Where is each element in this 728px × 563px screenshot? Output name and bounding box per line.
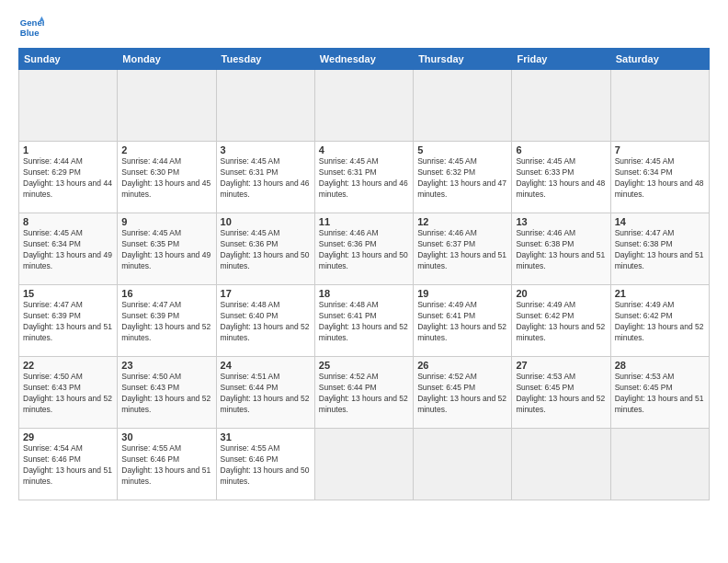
day-number: 24 bbox=[221, 360, 311, 371]
day-cell: 29Sunrise: 4:54 AMSunset: 6:46 PMDayligh… bbox=[19, 429, 118, 500]
col-header-friday: Friday bbox=[512, 49, 610, 70]
day-cell: 27Sunrise: 4:53 AMSunset: 6:45 PMDayligh… bbox=[512, 357, 610, 429]
day-cell: 15Sunrise: 4:47 AMSunset: 6:39 PMDayligh… bbox=[19, 285, 118, 357]
day-number: 14 bbox=[615, 216, 705, 227]
day-info: Sunrise: 4:46 AMSunset: 6:38 PMDaylight:… bbox=[516, 228, 606, 272]
day-info: Sunrise: 4:52 AMSunset: 6:44 PMDaylight:… bbox=[319, 372, 409, 416]
day-info: Sunrise: 4:45 AMSunset: 6:35 PMDaylight:… bbox=[121, 228, 211, 272]
day-info: Sunrise: 4:45 AMSunset: 6:31 PMDaylight:… bbox=[221, 156, 311, 201]
day-info: Sunrise: 4:50 AMSunset: 6:43 PMDaylight:… bbox=[121, 372, 211, 416]
day-cell: 23Sunrise: 4:50 AMSunset: 6:43 PMDayligh… bbox=[118, 357, 216, 429]
day-cell: 30Sunrise: 4:55 AMSunset: 6:46 PMDayligh… bbox=[118, 429, 216, 500]
day-cell: 2Sunrise: 4:44 AMSunset: 6:30 PMDaylight… bbox=[118, 142, 216, 213]
calendar-table: SundayMondayTuesdayWednesdayThursdayFrid… bbox=[18, 48, 710, 500]
header: General Blue bbox=[18, 15, 710, 40]
day-number: 30 bbox=[121, 431, 211, 442]
day-number: 20 bbox=[516, 288, 606, 299]
week-row-1: 1Sunrise: 4:44 AMSunset: 6:29 PMDaylight… bbox=[19, 142, 710, 213]
day-cell bbox=[19, 70, 118, 142]
day-info: Sunrise: 4:55 AMSunset: 6:46 PMDaylight:… bbox=[221, 443, 311, 488]
day-info: Sunrise: 4:47 AMSunset: 6:38 PMDaylight:… bbox=[615, 228, 705, 272]
day-cell: 28Sunrise: 4:53 AMSunset: 6:45 PMDayligh… bbox=[610, 357, 709, 429]
calendar-header: SundayMondayTuesdayWednesdayThursdayFrid… bbox=[19, 49, 710, 70]
day-number: 10 bbox=[221, 216, 311, 227]
day-info: Sunrise: 4:46 AMSunset: 6:36 PMDaylight:… bbox=[319, 228, 409, 272]
day-number: 15 bbox=[23, 288, 113, 299]
day-cell: 16Sunrise: 4:47 AMSunset: 6:39 PMDayligh… bbox=[118, 285, 216, 357]
day-info: Sunrise: 4:44 AMSunset: 6:29 PMDaylight:… bbox=[23, 156, 113, 201]
day-info: Sunrise: 4:47 AMSunset: 6:39 PMDaylight:… bbox=[23, 300, 113, 344]
logo-icon: General Blue bbox=[18, 15, 44, 40]
day-info: Sunrise: 4:45 AMSunset: 6:34 PMDaylight:… bbox=[23, 228, 113, 272]
day-number: 9 bbox=[121, 216, 211, 227]
day-info: Sunrise: 4:48 AMSunset: 6:41 PMDaylight:… bbox=[319, 300, 409, 344]
day-number: 23 bbox=[121, 360, 211, 371]
day-cell bbox=[118, 70, 216, 142]
day-cell bbox=[512, 70, 610, 142]
day-info: Sunrise: 4:52 AMSunset: 6:45 PMDaylight:… bbox=[417, 372, 507, 416]
day-cell bbox=[512, 429, 610, 500]
day-number: 22 bbox=[23, 360, 113, 371]
day-number: 3 bbox=[221, 144, 311, 155]
day-cell bbox=[610, 70, 709, 142]
day-cell: 17Sunrise: 4:48 AMSunset: 6:40 PMDayligh… bbox=[216, 285, 314, 357]
day-cell bbox=[414, 70, 512, 142]
day-cell: 7Sunrise: 4:45 AMSunset: 6:34 PMDaylight… bbox=[610, 142, 709, 213]
day-cell bbox=[314, 70, 413, 142]
day-number: 1 bbox=[23, 144, 113, 155]
day-info: Sunrise: 4:49 AMSunset: 6:41 PMDaylight:… bbox=[417, 300, 507, 344]
day-cell: 8Sunrise: 4:45 AMSunset: 6:34 PMDaylight… bbox=[19, 213, 118, 285]
day-cell: 18Sunrise: 4:48 AMSunset: 6:41 PMDayligh… bbox=[314, 285, 413, 357]
day-number: 18 bbox=[319, 288, 409, 299]
day-cell: 22Sunrise: 4:50 AMSunset: 6:43 PMDayligh… bbox=[19, 357, 118, 429]
day-info: Sunrise: 4:53 AMSunset: 6:45 PMDaylight:… bbox=[516, 372, 606, 416]
day-cell: 6Sunrise: 4:45 AMSunset: 6:33 PMDaylight… bbox=[512, 142, 610, 213]
day-cell: 31Sunrise: 4:55 AMSunset: 6:46 PMDayligh… bbox=[216, 429, 314, 500]
svg-text:Blue: Blue bbox=[20, 28, 40, 38]
page: General Blue SundayMondayTuesdayWednesda… bbox=[0, 0, 728, 563]
day-cell: 20Sunrise: 4:49 AMSunset: 6:42 PMDayligh… bbox=[512, 285, 610, 357]
day-info: Sunrise: 4:49 AMSunset: 6:42 PMDaylight:… bbox=[516, 300, 606, 344]
day-info: Sunrise: 4:53 AMSunset: 6:45 PMDaylight:… bbox=[615, 372, 705, 416]
day-number: 16 bbox=[121, 288, 211, 299]
day-info: Sunrise: 4:51 AMSunset: 6:44 PMDaylight:… bbox=[221, 372, 311, 416]
week-row-4: 22Sunrise: 4:50 AMSunset: 6:43 PMDayligh… bbox=[19, 357, 710, 429]
day-cell: 12Sunrise: 4:46 AMSunset: 6:37 PMDayligh… bbox=[414, 213, 512, 285]
day-info: Sunrise: 4:49 AMSunset: 6:42 PMDaylight:… bbox=[615, 300, 705, 344]
day-cell: 5Sunrise: 4:45 AMSunset: 6:32 PMDaylight… bbox=[414, 142, 512, 213]
col-header-sunday: Sunday bbox=[19, 49, 118, 70]
day-info: Sunrise: 4:45 AMSunset: 6:31 PMDaylight:… bbox=[319, 156, 409, 201]
day-cell: 10Sunrise: 4:45 AMSunset: 6:36 PMDayligh… bbox=[216, 213, 314, 285]
day-number: 8 bbox=[23, 216, 113, 227]
day-cell: 14Sunrise: 4:47 AMSunset: 6:38 PMDayligh… bbox=[610, 213, 709, 285]
day-info: Sunrise: 4:44 AMSunset: 6:30 PMDaylight:… bbox=[121, 156, 211, 201]
day-number: 5 bbox=[417, 144, 507, 155]
day-number: 28 bbox=[615, 360, 705, 371]
day-info: Sunrise: 4:45 AMSunset: 6:36 PMDaylight:… bbox=[221, 228, 311, 272]
col-header-saturday: Saturday bbox=[610, 49, 709, 70]
week-row-2: 8Sunrise: 4:45 AMSunset: 6:34 PMDaylight… bbox=[19, 213, 710, 285]
day-number: 31 bbox=[221, 431, 311, 442]
day-number: 19 bbox=[417, 288, 507, 299]
day-cell: 21Sunrise: 4:49 AMSunset: 6:42 PMDayligh… bbox=[610, 285, 709, 357]
day-info: Sunrise: 4:45 AMSunset: 6:32 PMDaylight:… bbox=[417, 156, 507, 201]
col-header-thursday: Thursday bbox=[414, 49, 512, 70]
day-number: 17 bbox=[221, 288, 311, 299]
day-cell bbox=[610, 429, 709, 500]
day-number: 13 bbox=[516, 216, 606, 227]
calendar-body: 1Sunrise: 4:44 AMSunset: 6:29 PMDaylight… bbox=[19, 70, 710, 500]
day-cell: 19Sunrise: 4:49 AMSunset: 6:41 PMDayligh… bbox=[414, 285, 512, 357]
day-cell: 1Sunrise: 4:44 AMSunset: 6:29 PMDaylight… bbox=[19, 142, 118, 213]
day-info: Sunrise: 4:48 AMSunset: 6:40 PMDaylight:… bbox=[221, 300, 311, 344]
day-number: 11 bbox=[319, 216, 409, 227]
week-row-3: 15Sunrise: 4:47 AMSunset: 6:39 PMDayligh… bbox=[19, 285, 710, 357]
day-number: 26 bbox=[417, 360, 507, 371]
header-row: SundayMondayTuesdayWednesdayThursdayFrid… bbox=[19, 49, 710, 70]
day-number: 6 bbox=[516, 144, 606, 155]
day-info: Sunrise: 4:46 AMSunset: 6:37 PMDaylight:… bbox=[417, 228, 507, 272]
day-number: 4 bbox=[319, 144, 409, 155]
day-cell: 13Sunrise: 4:46 AMSunset: 6:38 PMDayligh… bbox=[512, 213, 610, 285]
day-cell: 26Sunrise: 4:52 AMSunset: 6:45 PMDayligh… bbox=[414, 357, 512, 429]
day-number: 2 bbox=[121, 144, 211, 155]
day-info: Sunrise: 4:50 AMSunset: 6:43 PMDaylight:… bbox=[23, 372, 113, 416]
